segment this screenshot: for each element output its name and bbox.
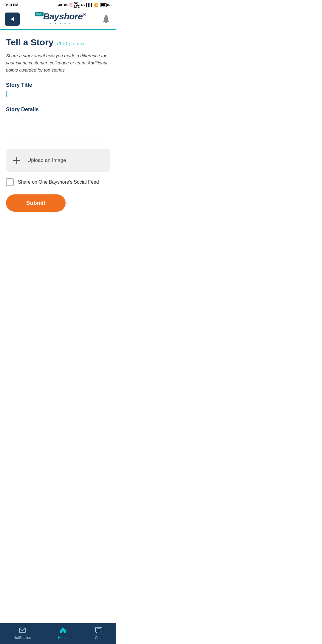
points-badge: (100 points): [57, 41, 84, 47]
signal-bars-icon: ▌▌▌: [86, 3, 93, 7]
logo-bayshore-text: Bayshore®: [35, 11, 86, 21]
app-header: ONE Bayshore® 〜〜〜〜〜: [0, 10, 116, 29]
notification-bell-button[interactable]: [101, 14, 112, 24]
plus-icon: [12, 156, 21, 165]
app-logo: ONE Bayshore® 〜〜〜〜〜: [35, 12, 86, 26]
upload-image-button[interactable]: Upload an Image: [6, 149, 110, 172]
wifi-icon: 📶: [94, 3, 98, 7]
svg-point-0: [105, 22, 107, 23]
bell-icon: [102, 14, 110, 24]
volte-icon: VOLTE: [74, 2, 80, 8]
story-details-input[interactable]: [6, 115, 110, 142]
social-feed-checkbox[interactable]: [6, 178, 14, 186]
back-chevron-icon: [11, 17, 14, 21]
speed-indicator: 5.4KB/s: [56, 3, 68, 7]
upload-label-text: Upload an Image: [27, 157, 66, 163]
page-title: Tell a Story: [6, 37, 54, 47]
battery-icon: [100, 3, 107, 7]
status-time: 3:13 PM: [5, 3, 18, 7]
story-details-label: Story Details: [6, 106, 110, 113]
back-button[interactable]: [5, 13, 20, 26]
story-title-input[interactable]: [7, 91, 110, 96]
story-title-label: Story Title: [6, 82, 110, 88]
submit-button[interactable]: Submit: [6, 194, 66, 212]
page-title-row: Tell a Story (100 points): [6, 37, 110, 47]
status-icons: 5.4KB/s ⏰ VOLTE 4G ▌▌▌ 📶 66: [56, 2, 112, 8]
social-feed-checkbox-row: Share on One Bayshore's Social Feed: [6, 178, 110, 186]
social-feed-label: Share on One Bayshore's Social Feed: [18, 179, 99, 185]
page-description: Share a story about how you made a diffe…: [6, 52, 110, 74]
logo-wave: 〜〜〜〜〜: [48, 21, 72, 26]
signal-4g-icon: 4G: [81, 4, 85, 7]
logo-registered-icon: ®: [83, 12, 86, 17]
svg-point-1: [106, 15, 107, 16]
clock-icon: ⏰: [69, 3, 73, 7]
status-bar: 3:13 PM 5.4KB/s ⏰ VOLTE 4G ▌▌▌ 📶 66: [0, 0, 116, 10]
battery-level: 66: [108, 3, 112, 7]
main-content: Tell a Story (100 points) Share a story …: [0, 30, 116, 218]
